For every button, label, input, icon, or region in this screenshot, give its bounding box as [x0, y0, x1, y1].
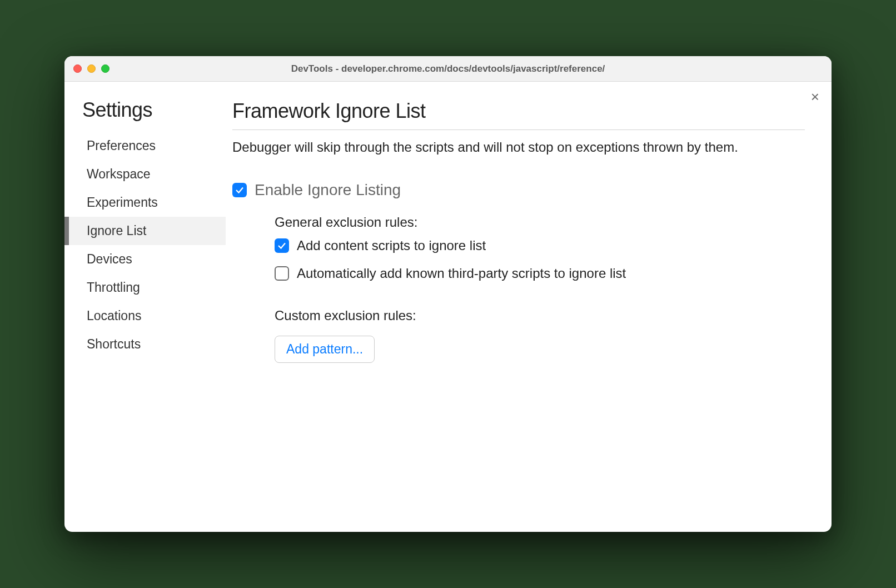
window-close-icon[interactable]	[73, 64, 82, 73]
general-rules-heading: General exclusion rules:	[275, 215, 805, 230]
checkmark-icon	[277, 241, 287, 251]
settings-content: × Settings Preferences Workspace Experim…	[64, 82, 832, 532]
third-party-scripts-row: Automatically add known third-party scri…	[275, 266, 805, 281]
content-scripts-row: Add content scripts to ignore list	[275, 238, 805, 253]
checkmark-icon	[235, 185, 245, 195]
sidebar-item-devices[interactable]: Devices	[64, 245, 226, 273]
third-party-scripts-checkbox[interactable]	[275, 266, 289, 281]
add-pattern-button[interactable]: Add pattern...	[275, 336, 375, 363]
window-title: DevTools - developer.chrome.com/docs/dev…	[64, 63, 832, 74]
traffic-lights	[73, 64, 109, 73]
close-settings-button[interactable]: ×	[811, 89, 819, 104]
content-scripts-label: Add content scripts to ignore list	[297, 238, 486, 253]
page-description: Debugger will skip through the scripts a…	[232, 138, 805, 157]
window-zoom-icon[interactable]	[101, 64, 109, 73]
sidebar-item-locations[interactable]: Locations	[64, 302, 226, 330]
sidebar-item-ignore-list[interactable]: Ignore List	[64, 217, 226, 245]
window-titlebar: DevTools - developer.chrome.com/docs/dev…	[64, 56, 832, 82]
sidebar-item-shortcuts[interactable]: Shortcuts	[64, 330, 226, 358]
settings-sidebar: Settings Preferences Workspace Experimen…	[64, 82, 226, 532]
sidebar-item-throttling[interactable]: Throttling	[64, 273, 226, 302]
window-minimize-icon[interactable]	[87, 64, 96, 73]
enable-ignore-listing-row: Enable Ignore Listing	[232, 181, 805, 199]
content-scripts-checkbox[interactable]	[275, 238, 289, 253]
sidebar-item-preferences[interactable]: Preferences	[64, 132, 226, 160]
devtools-settings-window: DevTools - developer.chrome.com/docs/dev…	[64, 56, 832, 532]
page-title: Framework Ignore List	[232, 99, 805, 130]
sidebar-item-experiments[interactable]: Experiments	[64, 188, 226, 217]
general-exclusion-section: General exclusion rules: Add content scr…	[275, 215, 805, 363]
custom-rules-heading: Custom exclusion rules:	[275, 308, 805, 323]
enable-ignore-listing-checkbox[interactable]	[232, 183, 247, 197]
third-party-scripts-label: Automatically add known third-party scri…	[297, 266, 626, 281]
settings-heading: Settings	[82, 98, 226, 122]
sidebar-item-workspace[interactable]: Workspace	[64, 160, 226, 188]
settings-main: Framework Ignore List Debugger will skip…	[226, 82, 832, 532]
enable-ignore-listing-label: Enable Ignore Listing	[255, 181, 401, 199]
